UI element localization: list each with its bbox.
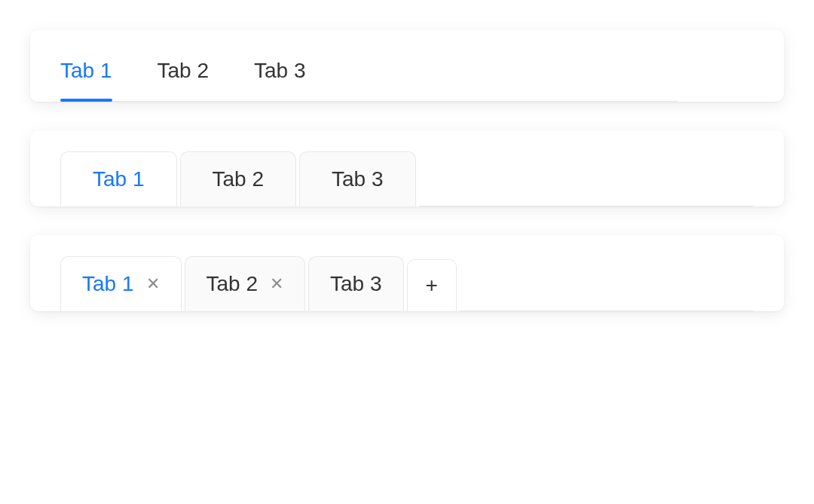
close-icon[interactable]: ✕: [146, 276, 160, 292]
tabs-editable-card: Tab 1 ✕ Tab 2 ✕ Tab 3 +: [30, 235, 784, 311]
plus-icon: +: [426, 275, 438, 296]
tabs-editable-fill: [460, 310, 754, 311]
tab-2[interactable]: Tab 2 ✕: [185, 256, 306, 311]
add-tab-button[interactable]: +: [407, 259, 457, 311]
tabs-card-card: Tab 1 Tab 2 Tab 3: [30, 130, 784, 206]
tabs-card-fill: [419, 206, 754, 206]
tabs-line-row: Tab 1 Tab 2 Tab 3: [60, 53, 678, 102]
tabs-card-row: Tab 1 Tab 2 Tab 3: [60, 151, 754, 206]
tab-1-label: Tab 1: [82, 272, 134, 296]
tab-3[interactable]: Tab 3: [308, 256, 404, 311]
tabs-line-card: Tab 1 Tab 2 Tab 3: [30, 30, 784, 102]
tab-1[interactable]: Tab 1 ✕: [60, 256, 182, 311]
tab-3[interactable]: Tab 3: [299, 151, 416, 206]
tabs-line-container: Tab 1 Tab 2 Tab 3: [30, 30, 784, 102]
tabs-editable-container: Tab 1 ✕ Tab 2 ✕ Tab 3 +: [30, 235, 784, 311]
tab-2[interactable]: Tab 2: [180, 151, 297, 206]
tab-3[interactable]: Tab 3: [254, 53, 306, 101]
tab-2-label: Tab 2: [207, 272, 259, 296]
tab-3-label: Tab 3: [330, 272, 382, 296]
tabs-editable-row: Tab 1 ✕ Tab 2 ✕ Tab 3 +: [60, 256, 754, 311]
close-icon[interactable]: ✕: [270, 276, 283, 292]
tabs-card-container: Tab 1 Tab 2 Tab 3: [30, 130, 784, 206]
tab-1[interactable]: Tab 1: [60, 53, 112, 101]
tab-1[interactable]: Tab 1: [60, 151, 177, 206]
tab-2[interactable]: Tab 2: [158, 53, 210, 101]
